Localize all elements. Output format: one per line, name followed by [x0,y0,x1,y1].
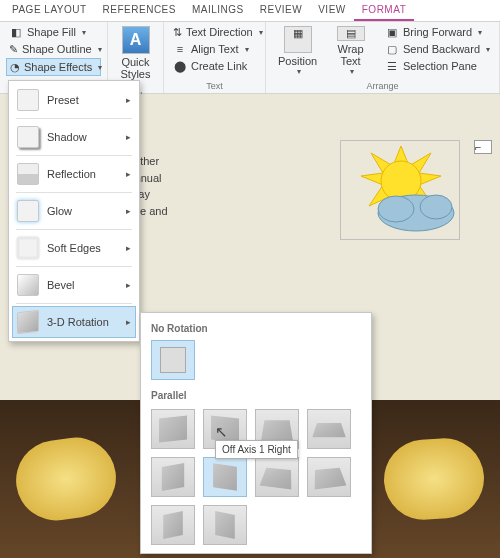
align-text-button[interactable]: ≡Align Text▾ [170,41,259,57]
selection-pane-button[interactable]: ☰Selection Pane [382,58,493,74]
wrap-text-button[interactable]: ▤Wrap Text▾ [323,24,378,78]
position-button[interactable]: ▦Position▾ [272,24,323,78]
sun-cloud-image[interactable] [340,140,460,240]
effects-shadow[interactable]: Shadow▸ [12,121,136,153]
effects-3d-rotation[interactable]: 3-D Rotation▸ [12,306,136,338]
arrange-group-label: Arrange [272,81,493,91]
text-direction-button[interactable]: ⇅Text Direction▾ [170,24,259,40]
rotation-option[interactable] [151,505,195,545]
send-backward-icon: ▢ [385,42,399,56]
effects-preset[interactable]: Preset▸ [12,84,136,116]
text-direction-icon: ⇅ [173,25,182,39]
shape-fill-button[interactable]: ◧Shape Fill▾ [6,24,101,40]
shape-effects-button[interactable]: ◔Shape Effects▾ [6,58,101,76]
send-backward-button[interactable]: ▢Send Backward▾ [382,41,493,57]
create-link-button[interactable]: ⬤Create Link [170,58,259,74]
rotation-header-none: No Rotation [147,319,365,340]
tab-format[interactable]: FORMAT [354,0,414,21]
rotation-option[interactable] [151,409,195,449]
tab-page-layout[interactable]: PAGE LAYOUT [4,0,95,21]
tab-review[interactable]: REVIEW [252,0,310,21]
wordart-icon: A [122,26,150,54]
tab-view[interactable]: VIEW [310,0,354,21]
selection-pane-icon: ☰ [385,59,399,73]
rotation-option[interactable] [307,409,351,449]
effects-soft-edges[interactable]: Soft Edges▸ [12,232,136,264]
rotation-none-option[interactable] [151,340,195,380]
rotation-option[interactable] [203,505,247,545]
rotation-submenu: No Rotation Parallel [140,312,372,554]
wrap-icon: ▤ [337,26,365,41]
rotation-option[interactable] [151,457,195,497]
rotation-off-axis-1-right[interactable] [203,457,247,497]
shape-effects-menu: Preset▸ Shadow▸ Reflection▸ Glow▸ Soft E… [8,80,140,342]
pencil-icon: ✎ [9,42,18,56]
link-icon: ⬤ [173,59,187,73]
effects-icon: ◔ [10,60,20,74]
effects-bevel[interactable]: Bevel▸ [12,269,136,301]
bucket-icon: ◧ [9,25,23,39]
rotation-option[interactable] [255,457,299,497]
tab-mailings[interactable]: MAILINGS [184,0,252,21]
position-icon: ▦ [284,26,312,53]
rotation-header-parallel: Parallel [147,386,365,407]
rotation-option[interactable] [307,457,351,497]
svg-point-3 [378,196,414,222]
layout-options-icon[interactable]: ⌐ [474,140,492,154]
align-text-icon: ≡ [173,42,187,56]
bring-forward-icon: ▣ [385,25,399,39]
effects-glow[interactable]: Glow▸ [12,195,136,227]
cursor-icon: ↖ [215,423,228,441]
svg-point-4 [420,195,452,219]
tab-references[interactable]: REFERENCES [95,0,184,21]
ribbon-tabs: PAGE LAYOUT REFERENCES MAILINGS REVIEW V… [0,0,500,22]
bring-forward-button[interactable]: ▣Bring Forward▾ [382,24,493,40]
text-group-label: Text [170,81,259,91]
tooltip: Off Axis 1 Right [215,440,298,459]
shape-outline-button[interactable]: ✎Shape Outline▾ [6,41,101,57]
effects-reflection[interactable]: Reflection▸ [12,158,136,190]
